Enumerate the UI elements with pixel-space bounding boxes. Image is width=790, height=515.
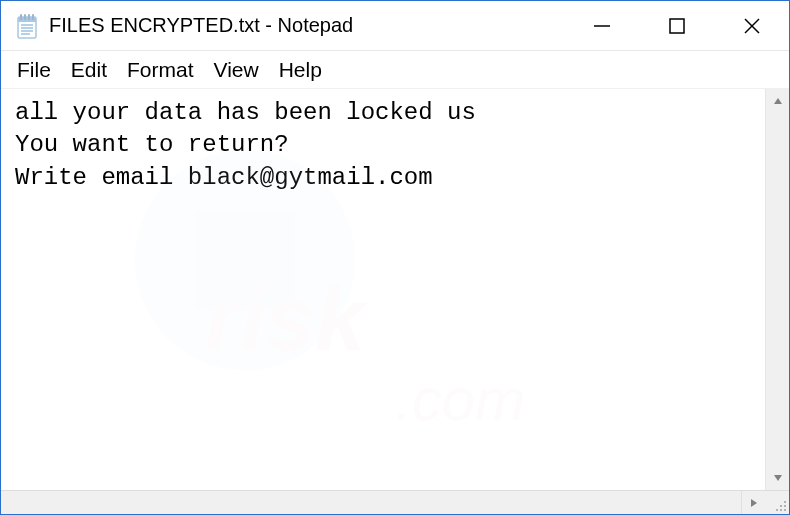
- menu-format[interactable]: Format: [117, 54, 204, 86]
- vertical-scrollbar[interactable]: [765, 89, 789, 490]
- menubar: File Edit Format View Help: [1, 51, 789, 89]
- svg-rect-11: [670, 19, 684, 33]
- scroll-up-icon[interactable]: [766, 89, 789, 113]
- titlebar-left: FILES ENCRYPTED.txt - Notepad: [1, 13, 564, 39]
- svg-point-20: [776, 509, 778, 511]
- titlebar: FILES ENCRYPTED.txt - Notepad: [1, 1, 789, 51]
- scroll-down-icon[interactable]: [766, 466, 789, 490]
- scroll-right-icon[interactable]: [741, 491, 765, 514]
- svg-point-22: [784, 509, 786, 511]
- svg-rect-7: [24, 14, 26, 20]
- close-button[interactable]: [714, 1, 789, 50]
- text-editor[interactable]: all your data has been locked us You wan…: [1, 89, 765, 490]
- content-area: all your data has been locked us You wan…: [1, 89, 789, 490]
- window-controls: [564, 1, 789, 50]
- window-title: FILES ENCRYPTED.txt - Notepad: [49, 14, 353, 37]
- scroll-track[interactable]: [766, 113, 789, 466]
- svg-point-19: [784, 505, 786, 507]
- svg-rect-8: [28, 14, 30, 20]
- minimize-button[interactable]: [564, 1, 639, 50]
- svg-rect-9: [32, 14, 34, 20]
- resize-grip[interactable]: [765, 491, 789, 514]
- notepad-window: FILES ENCRYPTED.txt - Notepad File Edit …: [0, 0, 790, 515]
- statusbar: [1, 490, 789, 514]
- svg-point-17: [784, 501, 786, 503]
- svg-point-21: [780, 509, 782, 511]
- notepad-icon: [15, 13, 39, 39]
- svg-point-18: [780, 505, 782, 507]
- menu-edit[interactable]: Edit: [61, 54, 117, 86]
- menu-file[interactable]: File: [7, 54, 61, 86]
- menu-view[interactable]: View: [204, 54, 269, 86]
- menu-help[interactable]: Help: [269, 54, 332, 86]
- maximize-button[interactable]: [639, 1, 714, 50]
- svg-rect-6: [20, 14, 22, 20]
